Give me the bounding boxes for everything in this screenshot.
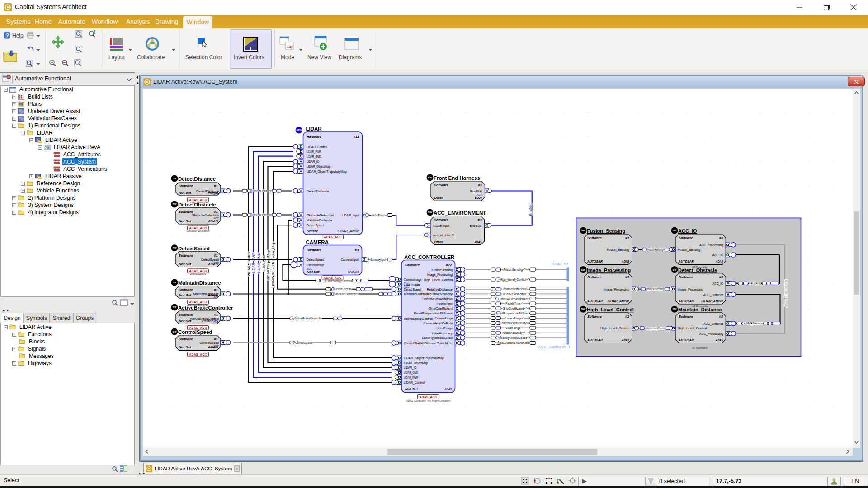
svg-text:ACC_Processing: ACC_Processing — [699, 243, 723, 247]
svg-text:SW: SW — [428, 176, 433, 179]
svg-text:«LidarAccuracy»”: «LidarAccuracy»” — [502, 331, 525, 335]
svg-text:LIDAR_Control: LIDAR_Control — [307, 145, 327, 149]
svg-text:Software: Software — [179, 253, 193, 258]
svg-text:DetectDistance: DetectDistance — [178, 176, 216, 182]
svg-text:RelativeDistance: RelativeDistance — [427, 287, 453, 291]
svg-text:LeadingVehicleSpeed: LeadingVehicleSpeed — [422, 336, 453, 340]
svg-text:«High_Level_Control»”: «High_Level_Control»” — [498, 278, 529, 282]
svg-text:#11: #11 — [354, 135, 359, 139]
svg-text:«GripCoefficient»”: «GripCoefficient»” — [500, 307, 527, 310]
svg-text:«ACC_IO»: «ACC_IO» — [749, 282, 761, 285]
svg-text:Not Set: Not Set — [179, 219, 191, 223]
svg-text:AUTOSAR: AUTOSAR — [678, 259, 694, 263]
svg-text:ObstacleDetection: ObstacleDetection — [307, 213, 334, 217]
svg-text:InitialDistaneToVehicle: InitialDistaneToVehicle — [415, 341, 453, 345]
svg-text:«LIDARInput»: «LIDARInput» — [371, 214, 387, 217]
svg-text:«RelativeDistance»”: «RelativeDistance»” — [500, 287, 528, 291]
svg-text:ACC: ACC — [213, 345, 219, 347]
svg-text:#1: #1 — [214, 313, 218, 317]
svg-text:Image_Processing: Image_Processing — [587, 267, 631, 273]
svg-text:ACC_Processing: ACC_Processing — [783, 280, 788, 307]
svg-text:LIDAR_ObjectMap: LIDAR_ObjectMap — [307, 164, 331, 169]
svg-text:Not Set: Not Set — [179, 191, 191, 195]
svg-text:«Fusion_Sensing»: «Fusion_Sensing» — [647, 248, 664, 252]
svg-text:SW: SW — [173, 281, 177, 284]
svg-text:SW: SW — [673, 229, 677, 232]
svg-text:SW: SW — [173, 203, 177, 206]
svg-text:High_Level_Control: High_Level_Control — [424, 278, 453, 282]
svg-text:ADAS: ADAS — [208, 219, 218, 223]
svg-text:«DetectDistance»: «DetectDistance» — [250, 189, 273, 192]
svg-text:#3: #3 — [355, 248, 359, 252]
svg-text:ADAS: ADAS — [716, 338, 723, 342]
svg-text:ACC: ACC — [403, 286, 410, 288]
svg-text:SW: SW — [673, 268, 677, 271]
svg-text:«InitialDistaneToVehicle»”: «InitialDistaneToVehicle»” — [495, 341, 533, 344]
svg-text:High_Level_Control: High_Level_Control — [678, 326, 707, 330]
svg-text:ADAS: ADAS — [716, 259, 723, 263]
svg-text:DetectSpeed: DetectSpeed — [178, 246, 210, 251]
svg-text:?: ? — [6, 33, 9, 38]
svg-text:Software: Software — [179, 184, 193, 188]
svg-text:RelativeVelocity: RelativeVelocity — [427, 292, 453, 296]
svg-text:ACC: ACC — [213, 320, 219, 323]
svg-text:LIDAR_Active: LIDAR_Active — [701, 299, 723, 303]
svg-text:«High_Level_Control»: «High_Level_Control» — [645, 327, 666, 330]
svg-text:EnvStat: EnvStat — [470, 189, 482, 193]
svg-text:LIDAR_Active: LIDAR_Active — [608, 299, 629, 303]
svg-text:ActiveBrakeControl: ActiveBrakeControl — [404, 317, 433, 321]
svg-text:ADAS_ACC: ADAS_ACC — [324, 276, 341, 279]
svg-text:LIDAR_ObjectMap: LIDAR_ObjectMap — [266, 250, 270, 280]
svg-text:Not Set: Not Set — [179, 345, 191, 349]
svg-text:DetectSpeed: DetectSpeed — [307, 223, 324, 227]
svg-text:ADAS: ADAS — [444, 387, 452, 391]
svg-text:Not Set: Not Set — [179, 262, 191, 266]
svg-text:LIDAR_IO: LIDAR_IO — [307, 160, 319, 164]
svg-text:«TimeBWCutInAndBrake»”: «TimeBWCutInAndBrake»” — [498, 297, 530, 300]
svg-text:#3: #3 — [719, 236, 723, 240]
svg-text:ADAS: ADAS — [474, 240, 482, 244]
svg-text:AUTOSAR: AUTOSAR — [587, 259, 603, 263]
svg-text:LIDAR: LIDAR — [306, 126, 322, 131]
svg-text:«LeadingVehicleSpeed»”: «LeadingVehicleSpeed»” — [498, 336, 530, 340]
svg-text:Not Set: Not Set — [179, 319, 191, 323]
svg-text:TimeBWCutInAndBrake: TimeBWCutInAndBrake — [422, 297, 453, 301]
svg-text:Maintain_Distance: Maintain_Distance — [678, 307, 722, 312]
svg-text:#3: #3 — [478, 218, 482, 222]
svg-text:#3: #3 — [719, 275, 723, 279]
svg-text:LIDAR_GND: LIDAR_GND — [257, 253, 261, 273]
svg-text:#1: #1 — [478, 183, 482, 187]
svg-text:CameraHeightOnBody: CameraHeightOnBody — [424, 321, 453, 325]
svg-text:DetectObstacle: DetectObstacle — [178, 202, 216, 207]
svg-text:BODY: BODY — [475, 196, 482, 200]
svg-text:LIDAR_PWR: LIDAR_PWR — [404, 375, 418, 380]
svg-text:LIDAR_IO: LIDAR_IO — [404, 366, 416, 370]
svg-text:MaintainDistance: MaintainDistance — [307, 218, 332, 222]
svg-text:Fusion_Sensing: Fusion_Sensing — [607, 248, 629, 252]
svg-text:AUTOSAR: AUTOSAR — [587, 338, 603, 342]
svg-text:LidarRange: LidarRange — [437, 326, 453, 330]
svg-text:Fusion_Sensing: Fusion_Sensing — [678, 248, 700, 252]
svg-text:SW: SW — [581, 308, 586, 310]
svg-text:#1: #1 — [214, 253, 218, 258]
svg-text:ADAS Controller HW Representat: ADAS Controller HW Representation — [406, 399, 451, 402]
svg-text:«DetectObstacle»: «DetectObstacle» — [250, 213, 273, 216]
svg-text:LIDAR_Input: LIDAR_Input — [342, 213, 360, 217]
svg-text:LidarAccuracy: LidarAccuracy — [432, 331, 453, 335]
svg-text:AUTOSAR: AUTOSAR — [678, 299, 694, 303]
svg-text:Software: Software — [587, 275, 602, 279]
svg-text:ACC: ACC — [306, 267, 312, 270]
svg-text:Other: Other — [434, 196, 443, 200]
svg-text:AUTOSAR: AUTOSAR — [678, 338, 694, 342]
svg-text:FusionSensing: FusionSensing — [432, 268, 453, 272]
svg-text:«CameraHeightOnBody»”: «CameraHeightOnBody»” — [498, 321, 529, 325]
svg-text:Software: Software — [587, 314, 602, 319]
svg-text:Data_IO: Data_IO — [552, 262, 568, 266]
svg-text:AUTOSAR: AUTOSAR — [587, 299, 603, 303]
svg-text:All Runnable: All Runnable — [692, 305, 708, 308]
svg-text:+: + — [51, 60, 53, 65]
svg-text:LIDAR_IO: LIDAR_IO — [262, 255, 266, 272]
svg-text:ACC_ENVIRONMENT: ACC_ENVIRONMENT — [434, 210, 486, 216]
svg-text:ADAS_ACC: ADAS_ACC — [324, 235, 342, 239]
svg-text:ACC_Distance: ACC_Distance — [703, 322, 723, 326]
